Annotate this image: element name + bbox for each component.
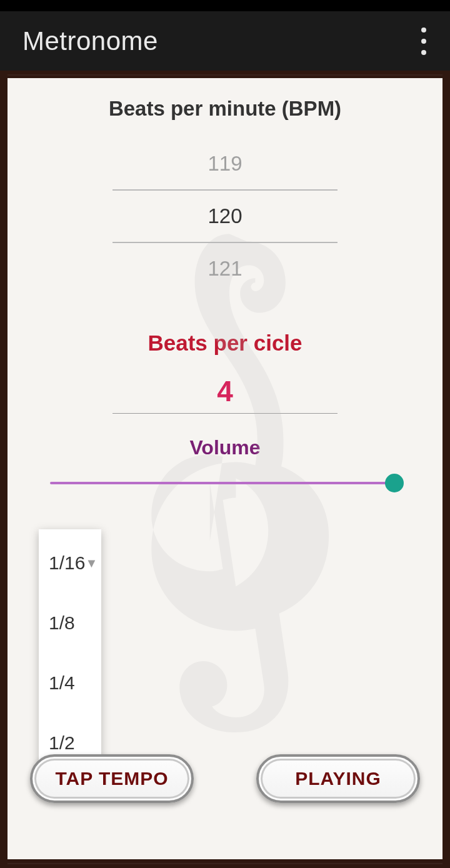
note-option-label: 1/16 (49, 552, 85, 574)
note-option-1-16[interactable]: 1/16 ▼ (39, 533, 101, 593)
treble-clef-icon (106, 219, 344, 781)
note-option-label: 1/2 (49, 732, 75, 754)
button-label: PLAYING (295, 768, 381, 789)
volume-slider[interactable] (50, 471, 400, 496)
overflow-menu-button[interactable] (415, 21, 432, 61)
slider-thumb[interactable] (385, 474, 404, 492)
bpm-prev[interactable]: 119 (112, 138, 338, 189)
status-bar (0, 0, 450, 11)
app-bar: Metronome (0, 11, 450, 71)
button-row: TAP TEMPO PLAYING (8, 754, 442, 803)
note-option-label: 1/4 (49, 672, 75, 694)
note-option-label: 1/8 (49, 612, 75, 634)
note-option-1-4[interactable]: 1/4 (39, 653, 101, 713)
bpm-label: Beats per minute (BPM) (109, 97, 341, 121)
bpm-picker[interactable]: 119 120 121 (112, 138, 338, 294)
button-label: TAP TEMPO (55, 768, 168, 789)
chevron-down-icon: ▼ (85, 556, 98, 571)
app-title: Metronome (22, 26, 158, 56)
note-option-1-8[interactable]: 1/8 (39, 593, 101, 653)
bpm-current[interactable]: 120 (112, 191, 338, 242)
wood-frame: Beats per minute (BPM) 119 120 121 Beats… (0, 71, 450, 868)
tap-tempo-button[interactable]: TAP TEMPO (30, 754, 194, 803)
note-value-menu[interactable]: 1/16 ▼ 1/8 1/4 1/2 (39, 529, 101, 777)
bpm-next[interactable]: 121 (112, 243, 338, 294)
dot-icon (421, 27, 426, 32)
main-panel: Beats per minute (BPM) 119 120 121 Beats… (8, 78, 442, 859)
dot-icon (421, 50, 426, 55)
play-button[interactable]: PLAYING (256, 754, 420, 803)
dot-icon (421, 39, 426, 44)
slider-track (50, 482, 400, 484)
